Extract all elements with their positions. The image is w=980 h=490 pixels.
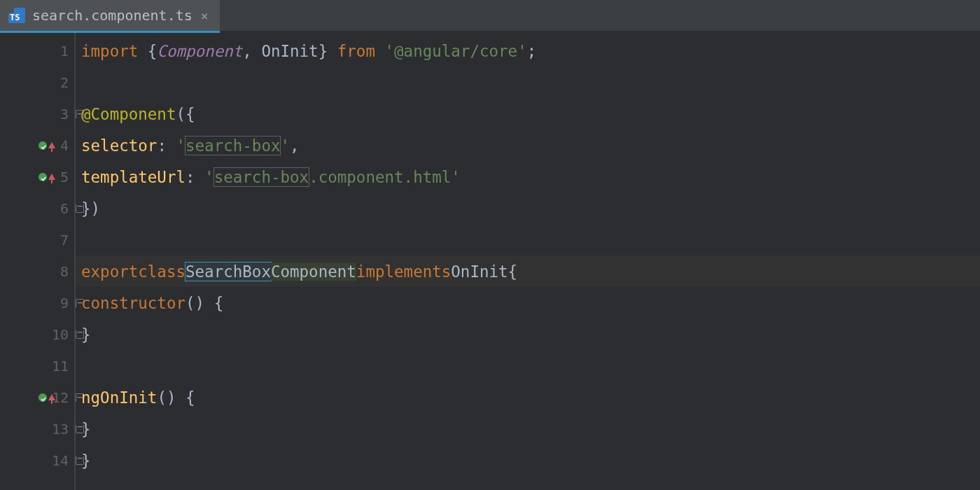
code-line[interactable]: }: [76, 444, 980, 476]
override-marker-icon[interactable]: [38, 172, 48, 182]
arrow-up-icon: [48, 142, 55, 148]
code-line[interactable]: [76, 224, 980, 255]
gutter-line[interactable]: 10: [0, 318, 74, 350]
gutter-line[interactable]: 2: [0, 66, 74, 98]
gutter: 1 2 3 4 5 6 7 8 9 10 11 12 13 14: [0, 31, 76, 490]
gutter-line[interactable]: 13: [0, 413, 74, 444]
gutter-line[interactable]: 1: [0, 35, 74, 66]
gutter-line[interactable]: 7: [0, 224, 74, 255]
code-line[interactable]: @Component({: [76, 98, 980, 130]
gutter-line[interactable]: 9: [0, 287, 74, 318]
override-marker-icon[interactable]: [38, 141, 48, 150]
code-line[interactable]: [76, 66, 980, 98]
typescript-file-icon: TS: [8, 8, 25, 23]
gutter-line[interactable]: 12: [0, 382, 74, 413]
rename-occurrence: search-box: [186, 136, 280, 155]
arrow-up-icon: [48, 394, 55, 400]
file-tab[interactable]: TS search.component.ts ×: [0, 0, 220, 31]
code-line[interactable]: [76, 350, 980, 382]
code-area[interactable]: import {Component, OnInit} from '@angula…: [76, 31, 980, 490]
gutter-line[interactable]: 11: [0, 350, 74, 382]
code-line-current[interactable]: export class SearchBoxComponent implemen…: [76, 255, 980, 287]
code-line[interactable]: }: [76, 413, 980, 444]
gutter-line[interactable]: 5: [0, 161, 74, 192]
code-line[interactable]: ngOnInit() {: [76, 382, 980, 413]
code-line[interactable]: import {Component, OnInit} from '@angula…: [76, 35, 980, 66]
code-line[interactable]: selector: 'search-box',: [76, 130, 980, 161]
gutter-line[interactable]: 3: [0, 98, 74, 130]
rename-target: SearchBox: [186, 262, 271, 281]
tab-filename: search.component.ts: [32, 7, 192, 24]
gutter-line[interactable]: 8: [0, 255, 74, 287]
rename-occurrence: search-box: [214, 168, 309, 186]
code-line[interactable]: templateUrl: 'search-box.component.html': [76, 161, 980, 192]
gutter-line[interactable]: 6: [0, 192, 74, 224]
close-tab-button[interactable]: ×: [200, 8, 210, 23]
override-marker-icon[interactable]: [38, 393, 48, 402]
code-line[interactable]: }): [76, 192, 980, 224]
gutter-line[interactable]: 14: [0, 444, 74, 476]
tab-bar: TS search.component.ts ×: [0, 0, 980, 31]
code-line[interactable]: constructor() {: [76, 287, 980, 318]
code-editor[interactable]: 1 2 3 4 5 6 7 8 9 10 11 12 13 14 import …: [0, 31, 980, 490]
gutter-line[interactable]: 4: [0, 130, 74, 161]
code-line[interactable]: }: [76, 318, 980, 350]
arrow-up-icon: [48, 174, 55, 180]
